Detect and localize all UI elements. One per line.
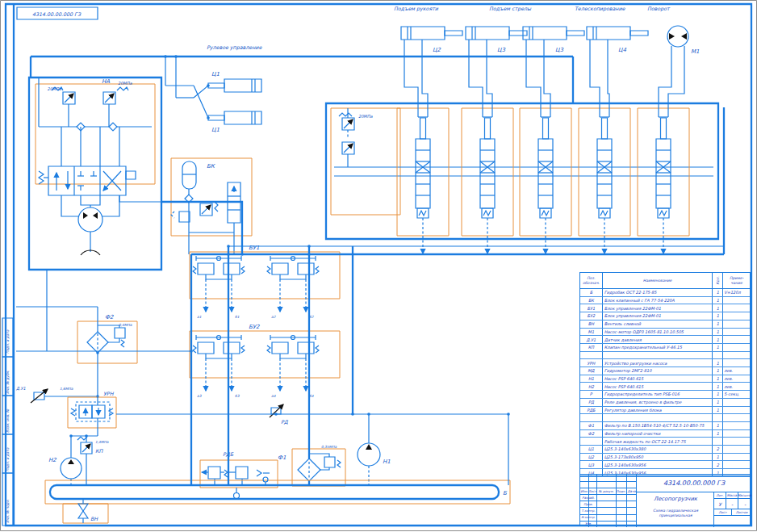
- parts-cell-qty: 1: [713, 320, 723, 328]
- parts-cell-note: [723, 304, 750, 312]
- parts-cell-note: [723, 344, 750, 351]
- parts-cell-pos: [580, 414, 603, 421]
- col-list: Лист: [588, 488, 596, 494]
- parts-cell-pos: Б: [580, 289, 603, 296]
- parts-table-row: БУ2Блок управления 22ФМ-011: [580, 312, 750, 320]
- parts-cell-name: Насос-мотор ОДР3 1605-81.10.10.505: [603, 329, 713, 336]
- side-label: Инв. № дубл.: [6, 370, 10, 394]
- parts-cell-note: [723, 446, 750, 453]
- parts-cell-name: [603, 352, 713, 359]
- mass-value: -: [726, 499, 738, 509]
- label-f1: Ф1: [278, 455, 286, 461]
- port-label: а3: [197, 394, 202, 398]
- label-c1: Ц1: [211, 127, 220, 133]
- parts-cell-qty: 1: [713, 407, 723, 414]
- parts-cell-qty: [713, 414, 723, 421]
- parts-cell-note: [723, 422, 750, 429]
- parts-cell-pos: Н2: [580, 383, 603, 390]
- side-label: Взам. инв. №: [6, 408, 10, 433]
- parts-table-row: [580, 352, 750, 360]
- parts-cell-qty: 1: [713, 304, 723, 312]
- parts-cell-qty: 1: [713, 297, 723, 304]
- pressure-f1: 0,35МПа: [321, 445, 337, 449]
- lit-label: Лит.: [714, 492, 726, 499]
- parts-table-header: Поз. обознач. Наименование Кол. Приме- ч…: [580, 273, 750, 289]
- parts-cell-note: [723, 329, 750, 336]
- parts-cell-name: Рабочая жидкость по ОСТ 22-14.17-75: [603, 438, 713, 445]
- col-data: Дата: [626, 488, 637, 494]
- parts-cell-qty: 1: [713, 383, 723, 390]
- parts-cell-note: [723, 414, 750, 421]
- parts-cell-pos: УРН: [580, 359, 603, 367]
- lit-value: У: [714, 499, 726, 509]
- parts-cell-pos: Д.У1: [580, 336, 603, 343]
- row-tkontr: Т.контр.: [580, 507, 596, 513]
- parts-table-row: М1Насос-мотор ОДР3 1605-81.10.10.5051: [580, 329, 750, 337]
- parts-cell-qty: [713, 438, 723, 445]
- parts-cell-qty: [713, 352, 723, 359]
- parts-cell-qty: 1: [713, 289, 723, 296]
- label-n2: Н2: [48, 457, 56, 463]
- drawing-title: Лесопогрузчик: [637, 496, 714, 502]
- parts-cell-name: Гидромотор 2МГ2-810: [603, 367, 713, 375]
- label-bu2: БУ2: [249, 324, 260, 330]
- port-label: а4: [271, 394, 276, 398]
- parts-cell-name: Фильтр напорной очистки: [603, 430, 713, 438]
- parts-table-row: ВНВентиль сливной1: [580, 320, 750, 329]
- label-f2: Ф2: [105, 314, 114, 320]
- lit-grid: Лит. Масса Масштаб У - - Лист Листов: [714, 492, 751, 527]
- side-label: Подп. и дата: [6, 447, 10, 471]
- parts-cell-pos: ВН: [580, 320, 603, 328]
- label-kp: КП: [95, 448, 103, 454]
- parts-cell-note: [723, 461, 750, 468]
- pressure-distributor: 20МПа: [358, 114, 373, 119]
- side-label: Инв. № подл.: [6, 499, 10, 523]
- parts-cell-name: [603, 414, 713, 421]
- parts-table-row: УРНУстройство разгрузки насоса1: [580, 359, 750, 367]
- drawing-subtitle: Схема гидравлическая принципиальная: [637, 509, 714, 517]
- parts-cell-pos: Ц1: [580, 446, 603, 453]
- parts-cell-pos: Ф1: [580, 422, 603, 429]
- parts-cell-qty: 1: [713, 312, 723, 320]
- side-label: Подп. и дата: [6, 329, 10, 354]
- header-pos: Поз. обознач.: [580, 273, 603, 288]
- parts-cell-pos: Ф2: [580, 430, 603, 438]
- parts-cell-name: Насос PSP 640.615: [603, 383, 713, 390]
- parts-table-row: БУ1Блок управления 22ФМ-011: [580, 304, 750, 312]
- label-c4: Ц4: [618, 47, 626, 53]
- parts-table-row: [580, 414, 750, 422]
- parts-cell-note: [723, 399, 750, 406]
- parts-cell-name: Ц25.3-173х80х950: [603, 454, 713, 461]
- parts-cell-qty: 1: [713, 399, 723, 406]
- parts-cell-note: [723, 454, 750, 461]
- drawing-name-cell: Лесопогрузчик Схема гидравлическая принц…: [637, 492, 714, 527]
- parts-cell-qty: 1: [713, 454, 723, 461]
- parts-cell-name: Регулятор давления блока: [603, 407, 713, 414]
- parts-cell-qty: 1: [713, 336, 723, 343]
- parts-table-row: БГидробак ОСТ 22-175-851V=120л: [580, 289, 750, 297]
- parts-cell-qty: 1: [713, 367, 723, 375]
- header-qty-label: Кол.: [716, 276, 720, 284]
- pressure-kp: 1,4МПа: [95, 440, 109, 444]
- parts-cell-pos: РДБ: [580, 407, 603, 414]
- parts-cell-note: [723, 352, 750, 359]
- parts-table-row: Д.У1Датчик давления1: [580, 336, 750, 344]
- parts-cell-name: Блок клапанный с ГА 77-54-220А: [603, 297, 713, 304]
- parts-cell-name: Клапан предохранительный У-46.15: [603, 344, 713, 351]
- parts-cell-name: Ц25.3-140х630х956: [603, 461, 713, 468]
- header-note-line2: чание: [730, 281, 742, 285]
- label-du1: Д.У1: [16, 386, 26, 391]
- parts-cell-pos: МД: [580, 367, 603, 375]
- parts-cell-pos: БУ1: [580, 304, 603, 312]
- parts-cell-name: Датчик давления: [603, 336, 713, 343]
- parts-table-row: Рабочая жидкость по ОСТ 22-14.17-75: [580, 438, 750, 446]
- parts-cell-name: Устройство разгрузки насоса: [603, 359, 713, 367]
- parts-cell-pos: РД: [580, 399, 603, 406]
- pressure-na-left: 20МПа: [48, 86, 62, 91]
- parts-table-row: МДГидромотор 2МГ2-8101лев.: [580, 367, 750, 375]
- parts-cell-pos: БК: [580, 297, 603, 304]
- label-rotate: Поворот: [647, 6, 671, 12]
- parts-cell-qty: 2: [713, 446, 723, 453]
- label-c2: Ц2: [433, 47, 441, 53]
- parts-table-row: Ф1Фильтр по В.150.1В54-510-4/СТ 52.5-10-…: [580, 422, 750, 430]
